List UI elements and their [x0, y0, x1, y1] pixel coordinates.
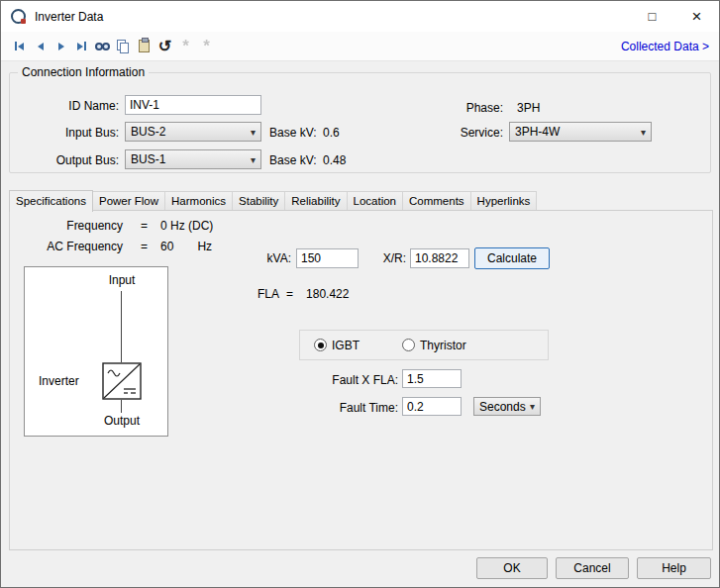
inverter-symbol-icon [102, 362, 142, 403]
fault-x-fla-label: Fault X FLA: [287, 373, 398, 387]
tab-specifications[interactable]: Specifications [9, 190, 93, 212]
copy-icon[interactable] [113, 36, 134, 57]
radio-unselected-icon [402, 339, 415, 351]
ac-frequency-unit: Hz [197, 240, 212, 253]
dc-frequency-row: Frequency = 0 Hz (DC) [30, 219, 213, 233]
id-name-input[interactable] [125, 95, 261, 115]
phase-value: 3PH [517, 101, 540, 115]
phase-label: Phase: [402, 101, 503, 115]
chevron-down-icon: ▾ [251, 127, 256, 138]
tab-reliability[interactable]: Reliability [284, 191, 347, 210]
tab-strip: Specifications Power Flow Harmonics Stab… [9, 189, 537, 211]
frequency-equals: = [141, 219, 148, 233]
diagram-input-label: Input [82, 273, 161, 287]
toolbar: ↺ * * Collected Data > [1, 32, 719, 61]
output-base-kv-label: Base kV: [269, 153, 317, 167]
app-icon [11, 9, 26, 24]
previous-record-icon[interactable] [30, 36, 51, 57]
fault-time-label: Fault Time: [287, 401, 398, 415]
igbt-radio-label: IGBT [332, 339, 360, 352]
tab-location[interactable]: Location [347, 191, 403, 210]
fault-time-unit-select[interactable]: Seconds ▾ [473, 397, 541, 416]
input-bus-label: Input Bus: [12, 126, 119, 140]
tab-power-flow[interactable]: Power Flow [92, 191, 165, 210]
paste-icon[interactable] [134, 36, 154, 57]
tab-comments[interactable]: Comments [402, 191, 471, 210]
fla-equals: = [286, 287, 293, 301]
xr-label: X/R: [366, 251, 406, 265]
close-button[interactable]: × [674, 1, 719, 32]
fault-time-input[interactable] [402, 397, 462, 416]
diagram-output-line [121, 400, 122, 413]
output-bus-select[interactable]: BUS-1 ▾ [125, 149, 261, 169]
radio-selected-icon [314, 339, 327, 351]
tab-stability[interactable]: Stability [232, 191, 285, 210]
tools-gear-icon: * [196, 36, 217, 57]
fla-value: 180.422 [306, 287, 349, 301]
connection-info-group: Connection Information ID Name: Input Bu… [9, 72, 711, 173]
inverter-type-group: IGBT Thyristor [299, 330, 549, 360]
help-button[interactable]: Help [637, 557, 711, 579]
input-base-kv-value: 0.6 [323, 126, 340, 140]
output-base-kv-value: 0.48 [323, 153, 346, 167]
kva-label: kVA: [232, 251, 291, 265]
diagram-output-label: Output [82, 414, 161, 428]
fault-x-fla-input[interactable] [402, 369, 462, 388]
fault-time-unit-value: Seconds [479, 400, 526, 414]
chevron-down-icon: ▾ [641, 127, 646, 138]
window-controls: □ × [630, 1, 719, 32]
ac-frequency-label: AC Frequency [30, 240, 123, 253]
window-title: Inverter Data [35, 10, 103, 24]
find-icon[interactable] [92, 36, 113, 57]
xr-input[interactable] [410, 248, 469, 268]
tab-hyperlinks[interactable]: Hyperlinks [470, 191, 538, 210]
id-name-label: ID Name: [12, 99, 119, 113]
connection-info-group-label: Connection Information [18, 65, 149, 79]
cancel-button[interactable]: Cancel [556, 557, 629, 579]
first-record-icon[interactable] [9, 36, 30, 57]
fla-label: FLA [257, 287, 279, 301]
chevron-down-icon: ▾ [251, 154, 256, 165]
collected-data-link[interactable]: Collected Data > [621, 40, 709, 53]
next-record-icon[interactable] [51, 36, 71, 57]
ac-frequency-row: AC Frequency = 60 Hz [30, 240, 212, 253]
igbt-radio[interactable]: IGBT [314, 339, 360, 352]
input-bus-select[interactable]: BUS-2 ▾ [125, 122, 261, 142]
last-record-icon[interactable] [71, 36, 92, 57]
specifications-panel: Frequency = 0 Hz (DC) AC Frequency = 60 … [9, 210, 713, 550]
ac-frequency-equals: = [141, 240, 148, 253]
inverter-data-dialog: Inverter Data □ × ↺ * * Collected Data >… [0, 0, 720, 588]
frequency-value: 0 Hz (DC) [160, 219, 213, 233]
ac-frequency-value: 60 [160, 240, 173, 253]
service-value: 3PH-4W [515, 125, 637, 139]
thyristor-radio-label: Thyristor [420, 339, 466, 352]
diagram-inverter-label: Inverter [39, 374, 79, 388]
frequency-label: Frequency [30, 219, 123, 233]
calculate-button[interactable]: Calculate [474, 247, 550, 269]
diagram-input-line [121, 291, 122, 362]
input-bus-value: BUS-2 [131, 125, 247, 139]
fla-row: FLA = 180.422 [257, 287, 349, 301]
chevron-down-icon: ▾ [530, 401, 535, 412]
kva-input[interactable] [296, 248, 359, 268]
tab-harmonics[interactable]: Harmonics [164, 191, 233, 210]
maximize-button[interactable]: □ [630, 1, 674, 32]
service-select[interactable]: 3PH-4W ▾ [509, 122, 652, 142]
titlebar: Inverter Data □ × [1, 1, 719, 32]
output-bus-label: Output Bus: [12, 153, 119, 167]
inverter-diagram: Input Inverter Output [24, 266, 168, 437]
output-bus-value: BUS-1 [131, 152, 247, 166]
input-base-kv-label: Base kV: [269, 126, 317, 140]
thyristor-radio[interactable]: Thyristor [402, 339, 466, 352]
refresh-icon[interactable]: ↺ [154, 36, 175, 57]
ok-button[interactable]: OK [476, 557, 548, 579]
service-label: Service: [402, 126, 503, 140]
settings-gear-icon: * [175, 36, 196, 57]
